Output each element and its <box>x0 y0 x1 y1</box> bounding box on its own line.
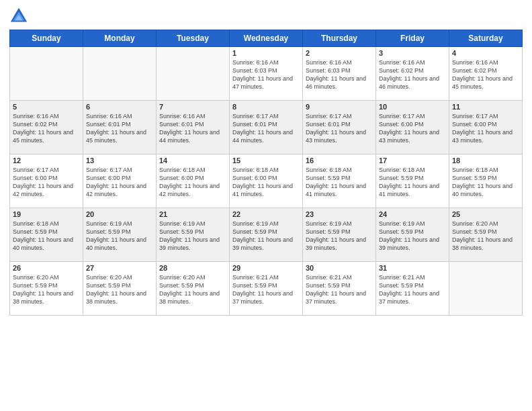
day-info: Sunrise: 6:16 AMSunset: 6:03 PMDaylight:… <box>306 58 373 91</box>
calendar-cell: 2Sunrise: 6:16 AMSunset: 6:03 PMDaylight… <box>303 47 376 101</box>
calendar-cell: 25Sunrise: 6:20 AMSunset: 5:59 PMDayligh… <box>449 208 523 262</box>
calendar-cell: 21Sunrise: 6:19 AMSunset: 5:59 PMDayligh… <box>157 208 230 262</box>
calendar-week-row: 1Sunrise: 6:16 AMSunset: 6:03 PMDaylight… <box>10 47 523 101</box>
col-header-sunday: Sunday <box>10 30 83 47</box>
day-number: 1 <box>232 49 300 57</box>
day-number: 7 <box>159 103 226 111</box>
day-number: 17 <box>379 156 446 165</box>
calendar-cell: 28Sunrise: 6:20 AMSunset: 5:59 PMDayligh… <box>157 262 230 316</box>
day-number: 15 <box>232 156 300 165</box>
day-info: Sunrise: 6:17 AMSunset: 6:00 PMDaylight:… <box>379 112 446 145</box>
calendar-cell: 3Sunrise: 6:16 AMSunset: 6:02 PMDaylight… <box>376 47 449 101</box>
day-info: Sunrise: 6:19 AMSunset: 5:59 PMDaylight:… <box>159 220 226 253</box>
day-info: Sunrise: 6:18 AMSunset: 5:59 PMDaylight:… <box>452 166 519 199</box>
day-number: 30 <box>306 264 373 272</box>
day-info: Sunrise: 6:21 AMSunset: 5:59 PMDaylight:… <box>379 273 446 306</box>
day-info: Sunrise: 6:19 AMSunset: 5:59 PMDaylight:… <box>86 220 153 253</box>
calendar-cell: 15Sunrise: 6:18 AMSunset: 6:00 PMDayligh… <box>230 154 303 208</box>
calendar-cell: 18Sunrise: 6:18 AMSunset: 5:59 PMDayligh… <box>449 154 523 208</box>
day-number: 22 <box>232 210 300 218</box>
day-info: Sunrise: 6:17 AMSunset: 6:01 PMDaylight:… <box>232 112 300 145</box>
logo-icon <box>9 7 28 26</box>
day-number: 10 <box>379 103 446 111</box>
day-info: Sunrise: 6:19 AMSunset: 5:59 PMDaylight:… <box>232 220 300 253</box>
day-info: Sunrise: 6:16 AMSunset: 6:02 PMDaylight:… <box>13 112 80 145</box>
day-info: Sunrise: 6:20 AMSunset: 5:59 PMDaylight:… <box>13 273 80 306</box>
day-number: 29 <box>232 264 300 272</box>
calendar-cell: 6Sunrise: 6:16 AMSunset: 6:01 PMDaylight… <box>83 101 157 154</box>
day-number: 21 <box>159 210 226 218</box>
day-number: 4 <box>452 49 519 57</box>
calendar-week-row: 5Sunrise: 6:16 AMSunset: 6:02 PMDaylight… <box>10 101 523 154</box>
day-number: 16 <box>306 156 373 165</box>
calendar-cell <box>83 47 157 101</box>
day-info: Sunrise: 6:21 AMSunset: 5:59 PMDaylight:… <box>306 273 373 306</box>
day-info: Sunrise: 6:16 AMSunset: 6:02 PMDaylight:… <box>379 58 446 91</box>
calendar-cell: 11Sunrise: 6:17 AMSunset: 6:00 PMDayligh… <box>449 101 523 154</box>
day-number: 20 <box>86 210 153 218</box>
day-info: Sunrise: 6:18 AMSunset: 6:00 PMDaylight:… <box>232 166 300 199</box>
calendar-cell <box>10 47 83 101</box>
calendar-cell: 14Sunrise: 6:18 AMSunset: 6:00 PMDayligh… <box>157 154 230 208</box>
calendar-cell: 9Sunrise: 6:17 AMSunset: 6:01 PMDaylight… <box>303 101 376 154</box>
logo <box>9 7 31 26</box>
calendar-cell: 7Sunrise: 6:16 AMSunset: 6:01 PMDaylight… <box>157 101 230 154</box>
col-header-saturday: Saturday <box>449 30 523 47</box>
day-number: 8 <box>232 103 300 111</box>
day-number: 12 <box>13 156 80 165</box>
day-number: 18 <box>452 156 519 165</box>
calendar-cell: 5Sunrise: 6:16 AMSunset: 6:02 PMDaylight… <box>10 101 83 154</box>
calendar-week-row: 12Sunrise: 6:17 AMSunset: 6:00 PMDayligh… <box>10 154 523 208</box>
day-info: Sunrise: 6:20 AMSunset: 5:59 PMDaylight:… <box>452 220 519 253</box>
day-info: Sunrise: 6:17 AMSunset: 6:00 PMDaylight:… <box>13 166 80 199</box>
calendar-cell: 22Sunrise: 6:19 AMSunset: 5:59 PMDayligh… <box>230 208 303 262</box>
page: SundayMondayTuesdayWednesdayThursdayFrid… <box>0 0 532 411</box>
col-header-friday: Friday <box>376 30 449 47</box>
calendar-cell: 27Sunrise: 6:20 AMSunset: 5:59 PMDayligh… <box>83 262 157 316</box>
day-info: Sunrise: 6:16 AMSunset: 6:01 PMDaylight:… <box>159 112 226 145</box>
calendar-cell: 8Sunrise: 6:17 AMSunset: 6:01 PMDaylight… <box>230 101 303 154</box>
day-info: Sunrise: 6:17 AMSunset: 6:01 PMDaylight:… <box>306 112 373 145</box>
calendar-cell: 30Sunrise: 6:21 AMSunset: 5:59 PMDayligh… <box>303 262 376 316</box>
calendar-cell: 26Sunrise: 6:20 AMSunset: 5:59 PMDayligh… <box>10 262 83 316</box>
col-header-wednesday: Wednesday <box>230 30 303 47</box>
col-header-thursday: Thursday <box>303 30 376 47</box>
calendar-cell <box>449 262 523 316</box>
day-info: Sunrise: 6:19 AMSunset: 5:59 PMDaylight:… <box>379 220 446 253</box>
day-info: Sunrise: 6:18 AMSunset: 5:59 PMDaylight:… <box>306 166 373 199</box>
col-header-tuesday: Tuesday <box>157 30 230 47</box>
day-number: 14 <box>159 156 226 165</box>
day-number: 2 <box>306 49 373 57</box>
day-number: 19 <box>13 210 80 218</box>
day-info: Sunrise: 6:16 AMSunset: 6:02 PMDaylight:… <box>452 58 519 91</box>
day-number: 25 <box>452 210 519 218</box>
calendar-header-row: SundayMondayTuesdayWednesdayThursdayFrid… <box>10 30 523 47</box>
calendar-cell: 19Sunrise: 6:18 AMSunset: 5:59 PMDayligh… <box>10 208 83 262</box>
day-info: Sunrise: 6:18 AMSunset: 6:00 PMDaylight:… <box>159 166 226 199</box>
day-info: Sunrise: 6:16 AMSunset: 6:01 PMDaylight:… <box>86 112 153 145</box>
calendar-table: SundayMondayTuesdayWednesdayThursdayFrid… <box>9 30 523 316</box>
day-number: 27 <box>86 264 153 272</box>
calendar-cell: 24Sunrise: 6:19 AMSunset: 5:59 PMDayligh… <box>376 208 449 262</box>
day-number: 13 <box>86 156 153 165</box>
day-info: Sunrise: 6:17 AMSunset: 6:00 PMDaylight:… <box>452 112 519 145</box>
calendar-cell: 17Sunrise: 6:18 AMSunset: 5:59 PMDayligh… <box>376 154 449 208</box>
day-info: Sunrise: 6:20 AMSunset: 5:59 PMDaylight:… <box>86 273 153 306</box>
day-number: 3 <box>379 49 446 57</box>
col-header-monday: Monday <box>83 30 157 47</box>
calendar-cell <box>157 47 230 101</box>
day-info: Sunrise: 6:20 AMSunset: 5:59 PMDaylight:… <box>159 273 226 306</box>
calendar-cell: 4Sunrise: 6:16 AMSunset: 6:02 PMDaylight… <box>449 47 523 101</box>
day-info: Sunrise: 6:21 AMSunset: 5:59 PMDaylight:… <box>232 273 300 306</box>
day-number: 23 <box>306 210 373 218</box>
calendar-cell: 20Sunrise: 6:19 AMSunset: 5:59 PMDayligh… <box>83 208 157 262</box>
calendar-cell: 12Sunrise: 6:17 AMSunset: 6:00 PMDayligh… <box>10 154 83 208</box>
day-info: Sunrise: 6:19 AMSunset: 5:59 PMDaylight:… <box>306 220 373 253</box>
day-number: 24 <box>379 210 446 218</box>
day-number: 11 <box>452 103 519 111</box>
day-info: Sunrise: 6:18 AMSunset: 5:59 PMDaylight:… <box>379 166 446 199</box>
day-info: Sunrise: 6:18 AMSunset: 5:59 PMDaylight:… <box>13 220 80 253</box>
header <box>9 7 523 26</box>
day-number: 9 <box>306 103 373 111</box>
calendar-cell: 31Sunrise: 6:21 AMSunset: 5:59 PMDayligh… <box>376 262 449 316</box>
